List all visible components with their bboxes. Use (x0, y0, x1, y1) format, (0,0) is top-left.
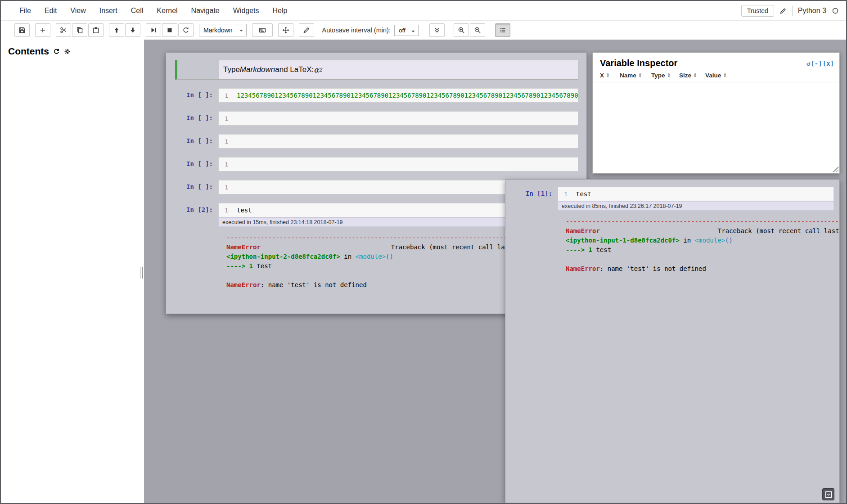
input-ref: <ipython-input-2-d8e8fca2dc0f> (226, 253, 340, 260)
zoom-in-button[interactable] (454, 23, 469, 37)
zoom-out-button[interactable] (470, 23, 485, 37)
traceback-label: Traceback (most recent call last) (718, 227, 840, 234)
traceback-code-line: ----> 1 test (566, 245, 834, 255)
column-header-value[interactable]: Value⇕ (705, 72, 741, 79)
code-input[interactable]: 1 test (558, 187, 834, 201)
variable-inspector-title: Variable Inspector (600, 58, 677, 68)
line-number: 1 (219, 115, 232, 122)
move-cell-down-button[interactable] (125, 23, 140, 37)
execution-time-bar: executed in 85ms, finished 23:26:17 2018… (558, 201, 834, 211)
brush-tool-button[interactable] (299, 23, 314, 37)
save-button[interactable] (14, 23, 30, 37)
code-input[interactable]: 1 (218, 134, 578, 148)
add-cell-button[interactable] (35, 23, 50, 37)
undo-icon[interactable]: ↺ (806, 60, 810, 67)
sidebar-header: Contents (1, 40, 144, 57)
execution-time-text: executed in 15ms, finished 23:14:18 2018… (222, 219, 343, 225)
column-header-x[interactable]: X⇕ (600, 72, 620, 79)
menu-file[interactable]: File (13, 1, 38, 20)
error-name: NameError (226, 243, 261, 251)
menu-cell[interactable]: Cell (124, 1, 150, 20)
interrupt-kernel-button[interactable] (162, 23, 177, 37)
menu-widgets[interactable]: Widgets (226, 1, 266, 20)
menubar-divider (792, 6, 793, 16)
contents-sidebar: Contents (1, 40, 144, 503)
menu-kernel[interactable]: Kernel (150, 1, 184, 20)
collapse-toolbar-button[interactable] (429, 23, 445, 37)
code-value: test (576, 190, 591, 198)
code-input[interactable]: 1 12345678901234567890123456789012345678… (218, 88, 578, 103)
move-tool-button[interactable] (278, 23, 293, 37)
cell-type-select[interactable]: Markdown (199, 24, 247, 36)
sort-icon: ⇕ (723, 72, 727, 78)
md-math-alpha: α (314, 65, 319, 74)
toggle-contents-button[interactable] (495, 23, 510, 37)
menu-edit[interactable]: Edit (38, 1, 64, 20)
refresh-icon[interactable] (53, 48, 60, 55)
move-cell-up-button[interactable] (109, 23, 124, 37)
error-name: NameError (226, 281, 261, 288)
variable-inspector-header: Variable Inspector ↺ [-] [x] (593, 53, 839, 70)
menu-navigate[interactable]: Navigate (185, 1, 226, 20)
cell-type-value: Markdown (203, 27, 233, 34)
menubar: File Edit View Insert Cell Kernel Naviga… (1, 1, 846, 21)
pencil-icon[interactable] (779, 7, 787, 14)
command-palette-button[interactable] (252, 23, 273, 37)
input-ref: <ipython-input-1-d8e8fca2dc0f> (566, 237, 680, 244)
copy-button[interactable] (72, 23, 87, 37)
menubar-right: Trusted Python 3 (741, 1, 839, 21)
code-text: test (572, 190, 592, 198)
in-keyword: in (680, 237, 695, 244)
traceback-label: Traceback (most recent call last) (391, 243, 516, 251)
close-button[interactable]: [x] (823, 60, 834, 67)
cut-button[interactable] (56, 23, 71, 37)
markdown-rendered-text: Type Markdown and LaTeX: α2 (219, 60, 578, 79)
code-input[interactable]: 1 (218, 157, 578, 171)
minimize-button[interactable]: [-] (811, 60, 822, 67)
column-header-type[interactable]: Type⇕ (651, 72, 679, 79)
run-cell-button[interactable] (146, 23, 161, 37)
paste-button[interactable] (88, 23, 104, 37)
scroll-to-bottom-button[interactable] (822, 488, 834, 500)
notebook-panel-2: In [1]: 1 test executed in 85ms, finishe… (505, 179, 840, 503)
trusted-button[interactable]: Trusted (741, 5, 774, 17)
traceback-dashes: ----------------------------------------… (566, 217, 834, 226)
code-cell-row: In [ ]: 1 (175, 111, 578, 126)
sort-icon: ⇕ (693, 72, 697, 78)
error-name: NameError (566, 227, 600, 234)
menu-insert[interactable]: Insert (93, 1, 124, 20)
module-ref: <module> (356, 253, 386, 260)
menu-view[interactable]: View (63, 1, 92, 20)
arrow-marker: ----> 1 (226, 262, 253, 270)
column-header-size[interactable]: Size⇕ (679, 72, 705, 79)
content-area: Contents Type Markdown and LaTeX: α2 In … (1, 40, 846, 503)
variable-inspector-panel: Variable Inspector ↺ [-] [x] X⇕ Name⇕ Ty… (592, 52, 840, 174)
restart-kernel-button[interactable] (178, 23, 194, 37)
input-prompt: In [ ]: (175, 88, 218, 103)
toolbar: Markdown Autosave interval (min): off (1, 21, 846, 40)
module-parens: () (725, 237, 733, 244)
traceback-header: NameErrorTraceback (most recent call las… (566, 226, 834, 236)
arrow-marker: ----> 1 (566, 246, 592, 253)
md-math-sup: 2 (319, 67, 322, 73)
sort-icon: ⇕ (606, 72, 610, 78)
autosave-interval-select[interactable]: off (394, 25, 419, 36)
markdown-cell[interactable]: Type Markdown and LaTeX: α2 (175, 60, 578, 80)
column-header-name[interactable]: Name⇕ (620, 72, 651, 79)
resize-grip[interactable] (832, 166, 838, 172)
module-ref: <module> (695, 237, 725, 244)
contents-title: Contents (8, 46, 49, 57)
menu-help[interactable]: Help (266, 1, 294, 20)
jupyter-window: File Edit View Insert Cell Kernel Naviga… (0, 0, 847, 504)
code-input[interactable]: 1 (218, 111, 578, 126)
variable-inspector-controls: ↺ [-] [x] (806, 60, 834, 67)
sidebar-resize-handle[interactable] (140, 267, 143, 279)
line-number: 1 (219, 207, 232, 214)
in-keyword: in (340, 253, 356, 260)
code-text: 1234567890123456789012345678901234567890… (232, 92, 578, 99)
gear-icon[interactable] (64, 48, 71, 55)
line-number: 1 (219, 161, 232, 168)
markdown-cell-gutter (177, 60, 219, 79)
input-prompt: In [1]: (514, 187, 558, 201)
code-text: test (232, 207, 252, 214)
